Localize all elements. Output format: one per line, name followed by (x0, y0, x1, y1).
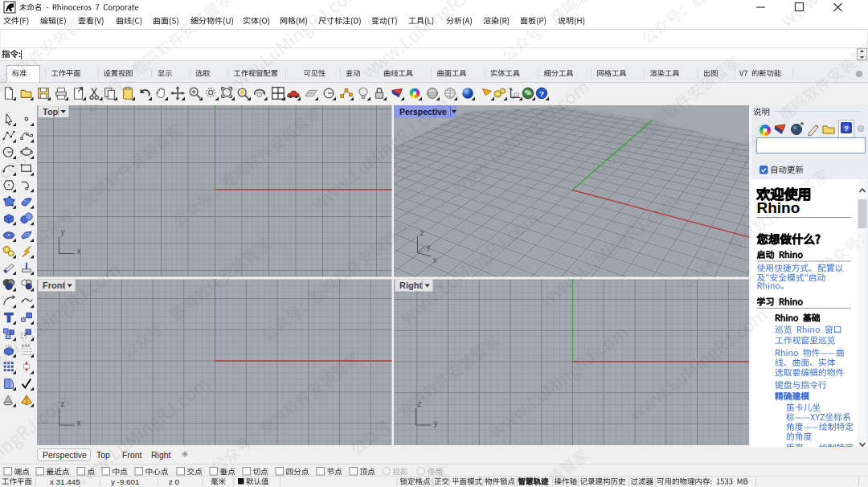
svg-text:Right: Right (151, 450, 171, 460)
svg-text:y -9.601: y -9.601 (111, 477, 139, 486)
svg-text:z: z (420, 228, 424, 237)
svg-text:?: ? (539, 89, 544, 98)
svg-text:x: x (433, 256, 437, 264)
svg-text:x: x (77, 247, 81, 256)
svg-text:Right: Right (399, 280, 422, 290)
svg-text:Top: Top (96, 450, 110, 460)
svg-text:?: ? (844, 125, 849, 133)
svg-text:Top: Top (43, 107, 59, 117)
svg-text:y: y (61, 227, 65, 236)
svg-text:x: x (77, 419, 81, 428)
svg-text:y: y (434, 419, 438, 428)
svg-text:Perspective: Perspective (43, 450, 87, 460)
svg-text:Front: Front (43, 280, 65, 290)
svg-text:z 0: z 0 (169, 477, 180, 486)
svg-text:y: y (427, 243, 431, 252)
